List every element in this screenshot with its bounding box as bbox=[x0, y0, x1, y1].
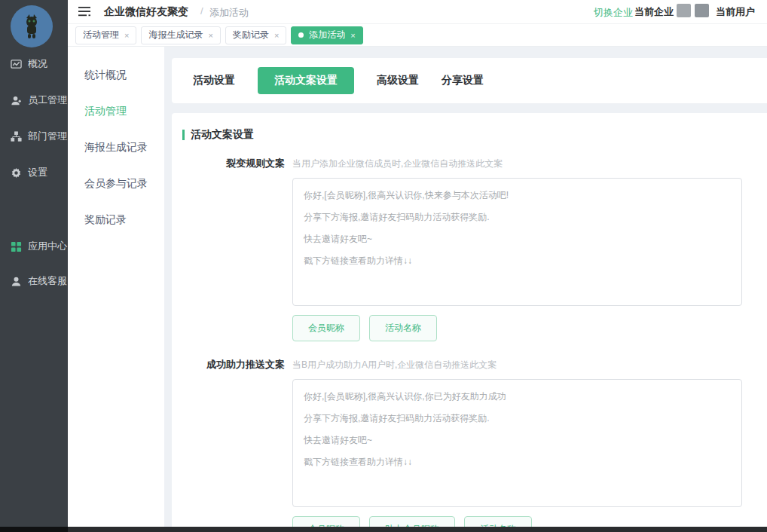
submenu-item-activity-management[interactable]: 活动管理 bbox=[68, 93, 164, 130]
collapse-menu-icon[interactable] bbox=[78, 6, 92, 17]
sidebar-item-label: 部门管理 bbox=[28, 130, 67, 143]
close-icon[interactable]: × bbox=[208, 31, 212, 40]
field-label: 成功助力推送文案 bbox=[172, 356, 285, 527]
tag-label: 奖励记录 bbox=[233, 29, 269, 41]
sidebar-item-label: 在线客服 bbox=[28, 274, 67, 288]
primary-sidebar: 概况 员工管理 部门管理 设置 应用 bbox=[0, 0, 68, 527]
tab-advanced-settings[interactable]: 高级设置 bbox=[377, 74, 419, 87]
field-hint: 当B用户成功助力A用户时,企业微信自动推送此文案 bbox=[292, 356, 742, 371]
scrollbar-corner bbox=[0, 527, 68, 532]
close-icon[interactable]: × bbox=[350, 31, 355, 40]
horizontal-scrollbar[interactable] bbox=[0, 527, 767, 532]
settings-tabs-card: 活动设置 活动文案设置 高级设置 分享设置 bbox=[172, 58, 767, 103]
section-header: 活动文案设置 bbox=[172, 128, 767, 142]
tab-copywriting-settings[interactable]: 活动文案设置 bbox=[258, 67, 354, 94]
field-fission-rule-copy: 裂变规则文案 当用户添加企业微信成员时,企业微信自动推送此文案 你好,[会员昵称… bbox=[172, 155, 767, 341]
submenu-item-member-participation[interactable]: 会员参与记录 bbox=[68, 166, 164, 202]
copywriting-form-card: 活动文案设置 裂变规则文案 当用户添加企业微信成员时,企业微信自动推送此文案 你… bbox=[172, 113, 767, 527]
switch-company-link[interactable]: 切换企业 bbox=[594, 6, 633, 20]
close-icon[interactable]: × bbox=[274, 31, 279, 40]
sidebar-item-settings[interactable]: 设置 bbox=[11, 166, 47, 179]
section-accent-bar bbox=[182, 130, 185, 140]
current-company-label: 当前企业 bbox=[634, 5, 674, 19]
sidebar-item-label: 应用中心 bbox=[28, 240, 67, 253]
insert-activity-name-button[interactable]: 活动名称 bbox=[369, 315, 437, 341]
sidebar-item-employees[interactable]: 员工管理 bbox=[11, 93, 67, 107]
insert-assist-member-nickname-button[interactable]: 助力会员昵称 bbox=[369, 516, 455, 527]
section-title: 活动文案设置 bbox=[191, 128, 254, 142]
tag-reward-records[interactable]: 奖励记录 × bbox=[225, 26, 286, 44]
insert-member-nickname-button[interactable]: 会员昵称 bbox=[292, 516, 360, 527]
field-assist-success-copy: 成功助力推送文案 当B用户成功助力A用户时,企业微信自动推送此文案 你好,[会员… bbox=[172, 356, 767, 527]
submenu-item-stats-overview[interactable]: 统计概况 bbox=[68, 57, 164, 93]
breadcrumb-root: 企业微信好友聚变 bbox=[104, 5, 188, 19]
main-content: 活动设置 活动文案设置 高级设置 分享设置 活动文案设置 裂变规则文案 当用户添… bbox=[164, 47, 767, 527]
customer-service-icon bbox=[11, 276, 22, 287]
sidebar-item-overview[interactable]: 概况 bbox=[11, 57, 47, 71]
apps-grid-icon bbox=[11, 241, 22, 252]
sidebar-item-app-center[interactable]: 应用中心 bbox=[11, 240, 67, 253]
sidebar-item-online-support[interactable]: 在线客服 bbox=[11, 274, 67, 288]
employee-icon bbox=[11, 95, 22, 106]
company-logo-placeholder bbox=[677, 4, 691, 17]
sidebar-item-label: 员工管理 bbox=[28, 93, 67, 107]
secondary-sidebar: 统计概况 活动管理 海报生成记录 会员参与记录 奖励记录 bbox=[68, 47, 164, 527]
insert-member-nickname-button[interactable]: 会员昵称 bbox=[292, 315, 360, 341]
tag-label: 添加活动 bbox=[309, 29, 345, 41]
mascot-icon bbox=[20, 14, 43, 39]
tab-share-settings[interactable]: 分享设置 bbox=[442, 74, 484, 87]
fission-rule-copy-textarea[interactable]: 你好,[会员昵称],很高兴认识你,快来参与本次活动吧! 分享下方海报,邀请好友扫… bbox=[292, 178, 742, 306]
opened-tabs-bar: 活动管理 × 海报生成记录 × 奖励记录 × 添加活动 × bbox=[68, 24, 767, 47]
tag-poster-records[interactable]: 海报生成记录 × bbox=[141, 26, 220, 44]
sidebar-item-label: 设置 bbox=[28, 166, 47, 179]
field-hint: 当用户添加企业微信成员时,企业微信自动推送此文案 bbox=[292, 155, 742, 170]
submenu-item-reward-records[interactable]: 奖励记录 bbox=[68, 202, 164, 238]
top-navbar: 企业微信好友聚变 / 添加活动 切换企业 当前企业 当前用户 bbox=[68, 0, 767, 24]
gear-icon bbox=[11, 167, 22, 179]
tag-label: 海报生成记录 bbox=[148, 29, 203, 41]
user-avatar-placeholder bbox=[695, 4, 709, 17]
breadcrumb-separator: / bbox=[200, 5, 203, 17]
insert-activity-name-button[interactable]: 活动名称 bbox=[464, 516, 532, 527]
breadcrumb-current: 添加活动 bbox=[209, 6, 249, 20]
assist-success-copy-textarea[interactable]: 你好,[会员昵称],很高兴认识你,你已为好友助力成功 分享下方海报,邀请好友扫码… bbox=[292, 379, 742, 507]
close-icon[interactable]: × bbox=[124, 31, 129, 40]
chart-icon bbox=[11, 59, 22, 70]
app-logo[interactable] bbox=[11, 5, 53, 47]
current-user-label: 当前用户 bbox=[716, 5, 755, 19]
submenu-item-poster-records[interactable]: 海报生成记录 bbox=[68, 130, 164, 166]
tab-activity-settings[interactable]: 活动设置 bbox=[193, 74, 235, 87]
active-dot-icon bbox=[298, 32, 304, 38]
department-icon bbox=[11, 131, 22, 142]
tag-label: 活动管理 bbox=[83, 29, 119, 41]
tag-activity-management[interactable]: 活动管理 × bbox=[75, 26, 136, 44]
tag-add-activity[interactable]: 添加活动 × bbox=[291, 26, 362, 44]
sidebar-item-departments[interactable]: 部门管理 bbox=[11, 130, 67, 143]
sidebar-item-label: 概况 bbox=[28, 57, 47, 71]
field-label: 裂变规则文案 bbox=[172, 155, 285, 341]
